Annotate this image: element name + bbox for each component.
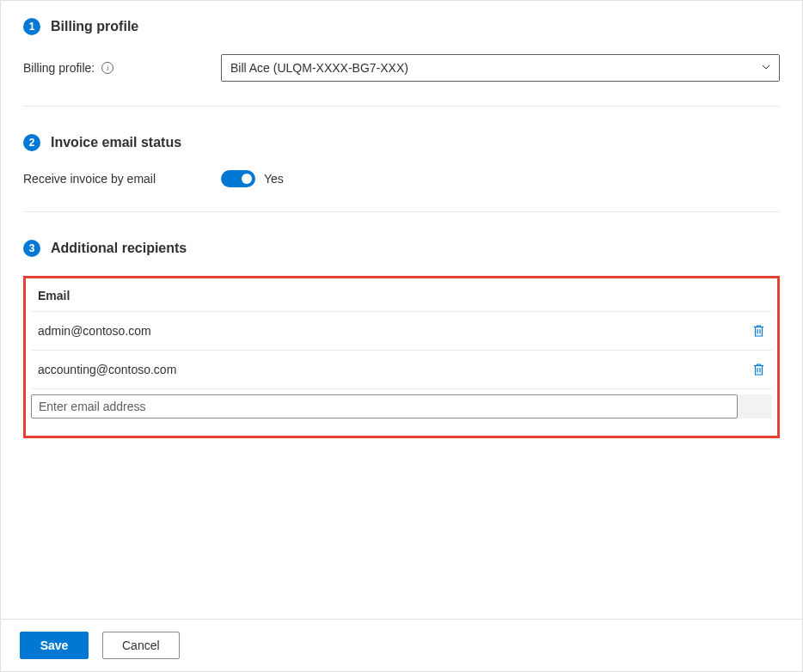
step-circle-1: 1: [23, 18, 40, 35]
receive-invoice-toggle[interactable]: [221, 170, 255, 187]
billing-profile-selected-value: Bill Ace (ULQM-XXXX-BG7-XXX): [230, 61, 408, 75]
divider-2: [23, 211, 780, 212]
section-title-1: Billing profile: [51, 19, 138, 34]
section-billing-profile: 1 Billing profile Billing profile: i Bil…: [23, 18, 780, 106]
billing-profile-select[interactable]: Bill Ace (ULQM-XXXX-BG7-XXX): [221, 54, 780, 82]
input-spacer: [738, 394, 772, 418]
info-icon[interactable]: i: [101, 62, 113, 74]
receive-invoice-label-col: Receive invoice by email: [23, 172, 221, 186]
email-input[interactable]: [31, 394, 738, 418]
receive-invoice-label: Receive invoice by email: [23, 172, 156, 186]
email-column-header: Email: [31, 289, 772, 312]
toggle-thumb: [242, 174, 252, 184]
toggle-state-label: Yes: [264, 172, 284, 186]
table-row: accounting@contoso.com: [31, 351, 772, 389]
table-row: admin@contoso.com: [31, 312, 772, 351]
recipients-highlight-box: Email admin@contoso.com accounting@conto…: [23, 276, 780, 438]
save-button[interactable]: Save: [20, 632, 89, 659]
step-circle-3: 3: [23, 240, 40, 257]
section-title-3: Additional recipients: [51, 241, 187, 256]
billing-profile-row: Billing profile: i Bill Ace (ULQM-XXXX-B…: [23, 54, 780, 82]
billing-profile-select-wrap: Bill Ace (ULQM-XXXX-BG7-XXX): [221, 54, 780, 82]
section-header-3: 3 Additional recipients: [23, 240, 780, 257]
section-additional-recipients: 3 Additional recipients Email admin@cont…: [23, 240, 780, 438]
email-cell: admin@contoso.com: [38, 324, 745, 338]
trash-icon: [752, 363, 765, 376]
footer: Save Cancel: [1, 619, 802, 671]
email-table: Email admin@contoso.com accounting@conto…: [31, 289, 772, 418]
delete-button[interactable]: [745, 357, 772, 382]
section-invoice-email-status: 2 Invoice email status Receive invoice b…: [23, 134, 780, 211]
receive-invoice-row: Receive invoice by email Yes: [23, 170, 780, 187]
billing-profile-label: Billing profile:: [23, 61, 95, 75]
divider-1: [23, 106, 780, 107]
section-header-1: 1 Billing profile: [23, 18, 780, 35]
email-input-row: [31, 389, 772, 418]
section-header-2: 2 Invoice email status: [23, 134, 780, 151]
step-circle-2: 2: [23, 134, 40, 151]
delete-button[interactable]: [745, 319, 772, 343]
trash-icon: [752, 324, 765, 338]
cancel-button[interactable]: Cancel: [102, 632, 180, 659]
section-title-2: Invoice email status: [51, 135, 181, 150]
email-cell: accounting@contoso.com: [38, 363, 745, 376]
billing-profile-label-col: Billing profile: i: [23, 61, 221, 75]
